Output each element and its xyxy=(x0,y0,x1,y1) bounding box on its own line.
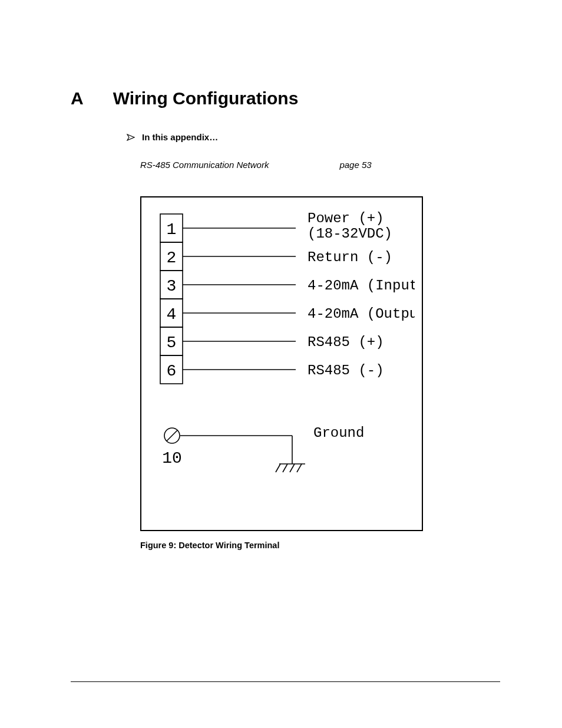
sub-heading-text: In this appendix… xyxy=(142,132,218,142)
toc-page-ref: page 53 xyxy=(339,160,371,170)
appendix-letter: A xyxy=(71,88,84,108)
ground-screw-icon xyxy=(164,428,180,443)
pin-label: RS485 (-) xyxy=(308,363,384,378)
svg-line-18 xyxy=(283,464,287,472)
pin-num: 5 xyxy=(167,334,177,352)
pin-num: 1 xyxy=(167,220,177,239)
pin-num: 4 xyxy=(167,305,177,324)
svg-line-20 xyxy=(297,464,302,472)
sub-heading-row: In this appendix… xyxy=(127,132,491,142)
svg-line-13 xyxy=(167,430,177,441)
footer-rule xyxy=(71,681,500,682)
figure-caption: Figure 9: Detector Wiring Terminal xyxy=(140,541,423,550)
pin-num: 3 xyxy=(167,277,177,295)
wiring-diagram: 1 2 3 4 5 6 Power (+ xyxy=(140,196,423,531)
figure-block: 1 2 3 4 5 6 Power (+ xyxy=(140,196,423,550)
page: A Wiring Configurations In this appendix… xyxy=(0,0,562,728)
ground-label: Ground xyxy=(313,425,364,441)
toc-entry: RS-485 Communication Network xyxy=(140,160,269,170)
pin-label: RS485 (+) xyxy=(308,334,384,350)
pin-label: (18-32VDC) xyxy=(308,226,392,242)
pin-num: 2 xyxy=(167,249,177,267)
pin-label: Power (+) xyxy=(308,210,384,226)
ground-num: 10 xyxy=(162,449,182,467)
appendix-title: Wiring Configurations xyxy=(113,88,299,108)
pin-label: Return (-) xyxy=(308,249,392,265)
pin-label: 4-20mA (Input) xyxy=(308,278,415,294)
pin-label: 4-20mA (Output) xyxy=(308,306,415,322)
svg-line-19 xyxy=(290,464,295,472)
pin-num: 6 xyxy=(167,362,177,380)
arrowhead-icon xyxy=(127,134,135,141)
svg-line-17 xyxy=(276,464,280,472)
toc-row: RS-485 Communication Network page 53 xyxy=(140,160,491,170)
wiring-svg: 1 2 3 4 5 6 Power (+ xyxy=(156,209,415,522)
appendix-heading: A Wiring Configurations xyxy=(71,88,491,108)
